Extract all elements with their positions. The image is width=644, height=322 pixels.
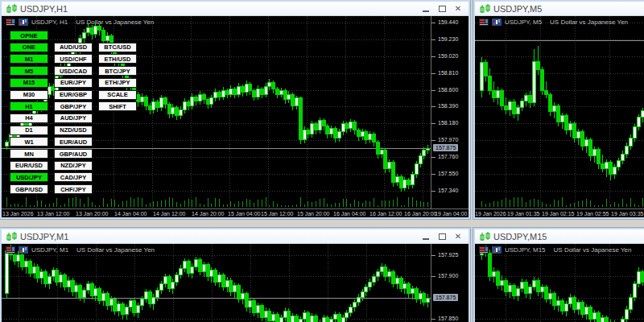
time-tick-label: 19 Jan 02:55: [576, 211, 609, 217]
orders-icon: [479, 246, 489, 254]
chart-symbol-period: USDJPY, M1: [31, 246, 68, 254]
candlestick-window-icon: [6, 4, 17, 14]
chart-description: US Dollar vs Japanese Yen: [76, 19, 154, 26]
panel-button-chf-jpy[interactable]: CHF/JPY: [54, 184, 93, 194]
maximize-button[interactable]: [436, 232, 448, 242]
window-title: USDJPY,M5: [493, 4, 542, 14]
panel-button-gbp-jpy[interactable]: GBP/JPY: [54, 101, 93, 111]
panel-button-mn[interactable]: MN: [10, 149, 48, 159]
panel-button-btc-jpy[interactable]: BTC/JPY: [98, 66, 137, 76]
chart-symbol-period: USDJPY, M15: [505, 246, 546, 254]
candlestick-chart: [475, 244, 644, 322]
candlestick-chart: [2, 244, 431, 322]
panel-button-m30[interactable]: M30: [10, 90, 48, 100]
panel-button-shift[interactable]: SHIFT: [98, 101, 137, 111]
candlestick-window-icon: [480, 232, 490, 242]
panel-button-btc-usd[interactable]: BTC/USD: [98, 43, 137, 52]
chart-label: USDJPY, M5 US Dollar vs Japanese Yen: [479, 19, 628, 26]
chart-window-usdjpy-m1: USDJPY,M1 ✕ USDJPY, M1 US Dollar vs Japa…: [0, 228, 470, 322]
time-tick-label: 19 Jan 03:35: [611, 211, 643, 217]
panel-button-gbp-usd[interactable]: GBP/USD: [10, 184, 48, 194]
chart-area[interactable]: USDJPY, H1 US Dollar vs Japanese Yen OPN…: [2, 16, 469, 217]
price-tick-label: 157.925: [438, 252, 458, 258]
maximize-button[interactable]: [436, 4, 448, 14]
price-tick-dash: [431, 90, 436, 91]
panel-button-h4[interactable]: H4: [10, 114, 48, 123]
orders-icon: [6, 19, 15, 26]
orders-icon: [479, 19, 489, 26]
panel-button-aud-jpy[interactable]: AUD/JPY: [54, 114, 93, 123]
current-price-tag: 157.875: [433, 294, 458, 301]
time-tick-label: 14 Jan 20:00: [192, 211, 224, 217]
window-titlebar[interactable]: USDJPY,M1 ✕: [2, 229, 469, 244]
window-title: USDJPY,M1: [20, 232, 68, 242]
panel-button-nzd-usd[interactable]: NZD/USD: [54, 126, 93, 135]
price-tick-dash: [431, 23, 436, 23]
price-tick-label: 157.900: [438, 273, 458, 279]
price-axis[interactable]: 157.925157.900157.850157.875: [431, 244, 469, 322]
panel-button-cad-jpy[interactable]: CAD/JPY: [54, 172, 93, 182]
chart-label: USDJPY, H1 US Dollar vs Japanese Yen: [6, 19, 154, 26]
close-icon[interactable]: ✕: [452, 232, 464, 242]
panel-button-eur-jpy[interactable]: EUR/JPY: [54, 78, 93, 88]
time-tick-label: 15 Jan 20:00: [297, 211, 329, 217]
price-tick-dash: [431, 39, 436, 40]
price-tick-dash: [431, 106, 436, 107]
price-tick-dash: [431, 255, 436, 256]
price-tick-label: 157.850: [438, 316, 458, 321]
chart-window-usdjpy-h1: USDJPY,H1 ✕ USDJPY, H1 US Dollar vs Japa…: [0, 0, 470, 219]
price-tick-label: 157.970: [438, 137, 458, 142]
chart-window-usdjpy-m15: USDJPY,M15 USDJPY, M15 US Dollar vs Japa…: [473, 228, 644, 322]
price-axis[interactable]: 159.440159.230159.020158.810158.600158.3…: [431, 16, 469, 209]
panel-button-m15[interactable]: M15: [10, 78, 48, 88]
window-title: USDJPY,M15: [493, 232, 547, 242]
chart-label: USDJPY, M1 US Dollar vs Japanese Yen: [6, 246, 155, 254]
price-tick-dash: [431, 123, 436, 124]
time-tick-label: 13 Jan 2026: [2, 211, 34, 217]
window-titlebar[interactable]: USDJPY,H1 ✕: [2, 2, 469, 16]
window-titlebar[interactable]: USDJPY,M5: [475, 2, 644, 16]
price-tick-label: 159.440: [438, 19, 458, 25]
panel-button-gbp-aud[interactable]: GBP/AUD: [54, 149, 93, 159]
candlestick-window-icon: [6, 232, 17, 242]
panel-button-nzd-jpy[interactable]: NZD/JPY: [54, 161, 93, 171]
panel-button-opne[interactable]: OPNE: [10, 31, 48, 40]
panel-button-eur-aud[interactable]: EUR/AUD: [54, 137, 93, 147]
panel-button-eur-gbp[interactable]: EUR/GBP: [54, 90, 93, 100]
panel-button-one[interactable]: ONE: [10, 43, 48, 52]
minimize-button[interactable]: [420, 4, 431, 14]
price-tick-label: 158.180: [438, 120, 458, 126]
chart-description: US Dollar vs Japanese Yen: [554, 246, 632, 254]
panel-button-usd-cad[interactable]: USD/CAD: [54, 66, 93, 76]
panel-button-eth-jpy[interactable]: ETH/JPY: [98, 78, 137, 88]
panel-button-usd-jpy[interactable]: USD/JPY: [10, 172, 48, 182]
orders-icon: [6, 246, 15, 254]
panel-button-usd-chf[interactable]: USD/CHF: [54, 54, 93, 64]
panel-button-h1[interactable]: H1: [10, 101, 48, 111]
chart-area[interactable]: USDJPY, M1 US Dollar vs Japanese Yen 157…: [2, 244, 469, 322]
panel-button-d1[interactable]: D1: [10, 126, 48, 135]
chart-window-usdjpy-m5: USDJPY,M5 USDJPY, M5 US Dollar vs Japane…: [473, 0, 644, 219]
panel-button-m5[interactable]: M5: [10, 66, 48, 76]
panel-button-eth-usd[interactable]: ETH/USD: [98, 54, 137, 64]
panel-button-w1[interactable]: W1: [10, 137, 48, 147]
panel-button-aud-usd[interactable]: AUD/USD: [54, 43, 93, 52]
chart-description: US Dollar vs Japanese Yen: [76, 246, 155, 254]
time-axis[interactable]: 13 Jan 202613 Jan 12:0013 Jan 20:0014 Ja…: [2, 208, 469, 217]
panel-button-eur-usd[interactable]: EUR/USD: [10, 161, 48, 171]
window-titlebar[interactable]: USDJPY,M15: [475, 229, 644, 244]
price-tick-label: 159.230: [438, 36, 458, 42]
chart-area[interactable]: USDJPY, M5 US Dollar vs Japanese Yen 19 …: [475, 16, 644, 217]
panel-button-m1[interactable]: M1: [10, 54, 48, 64]
time-axis[interactable]: 19 Jan 202619 Jan 01:3519 Jan 02:1519 Ja…: [475, 208, 644, 217]
panel-button-scale[interactable]: SCALE: [98, 90, 137, 100]
chart-symbol-period: USDJPY, H1: [31, 19, 68, 26]
minimize-button[interactable]: [420, 232, 431, 242]
chart-symbol-period: USDJPY, M5: [505, 19, 542, 26]
close-icon[interactable]: ✕: [452, 4, 464, 14]
time-tick-label: 19 Jan 04:00: [435, 211, 467, 217]
price-tick-dash: [431, 73, 436, 74]
price-tick-label: 157.550: [438, 171, 458, 176]
time-tick-label: 19 Jan 02:15: [542, 211, 574, 217]
chart-area[interactable]: USDJPY, M15 US Dollar vs Japanese Yen: [475, 244, 644, 322]
